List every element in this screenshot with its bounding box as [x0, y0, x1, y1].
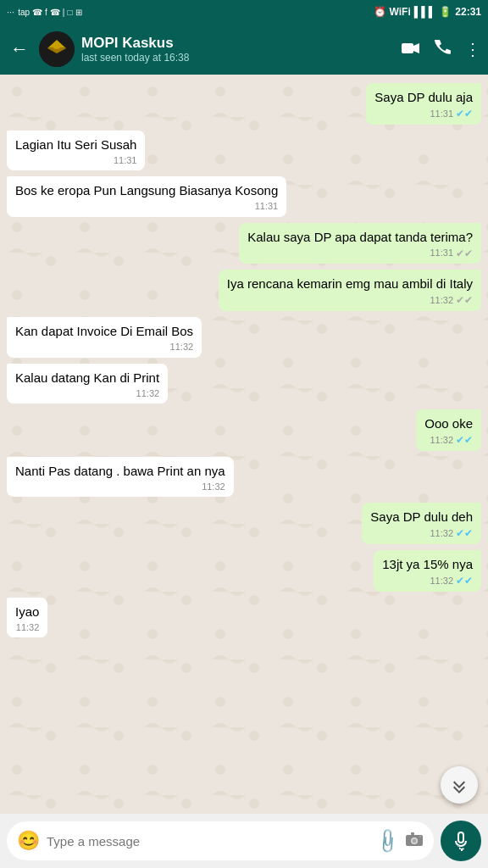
message-time: 11:32 [170, 341, 194, 353]
message-row: Bos ke eropa Pun Langsung Biasanya Koson… [7, 176, 481, 216]
message-text: Kalau datang Kan di Print [15, 370, 159, 385]
received-bubble: Iyao11:32 [7, 598, 47, 637]
message-text: 13jt ya 15% nya [382, 557, 473, 571]
message-text: Lagian Itu Seri Susah [15, 137, 136, 152]
message-ticks: ✔✔ [456, 433, 473, 448]
received-bubble: Lagian Itu Seri Susah11:31 [7, 131, 145, 170]
message-text: Saya DP dulu aja [374, 90, 473, 104]
sent-bubble: Iya rencana kemarin emg mau ambil di Ita… [219, 270, 481, 311]
message-time: 11:32 [430, 434, 453, 447]
message-text: Iyao [15, 604, 39, 619]
svg-point-1 [53, 42, 61, 49]
message-row: Kan dapat Invoice Di Email Bos11:32 [7, 317, 481, 357]
message-row: Kalau saya DP apa dapat tanda terima?11:… [7, 223, 481, 264]
battery-icon: 🔋 [439, 6, 452, 18]
svg-point-5 [413, 838, 417, 843]
message-row: 13jt ya 15% nya11:32✔✔ [7, 550, 481, 592]
message-row: Saya DP dulu deh11:32✔✔ [7, 503, 481, 544]
status-app-icons: tap☎f☎|□⊞ [18, 8, 81, 17]
status-right-group: ⏰ WiFi ▌▌▌ 🔋 22:31 [374, 6, 481, 18]
svg-rect-6 [411, 832, 414, 835]
message-time: 11:32 [430, 527, 453, 540]
chat-header: ← MOPI Kaskus last seen today at 16:38 ⋮ [0, 24, 488, 75]
time-display: 22:31 [455, 6, 481, 18]
message-input-wrapper: 😊 📎 [7, 821, 434, 860]
header-actions: ⋮ [402, 39, 481, 60]
message-row: Kalau datang Kan di Print11:32 [7, 364, 481, 403]
sent-bubble: Saya DP dulu deh11:32✔✔ [362, 503, 481, 544]
alarm-icon: ⏰ [374, 6, 386, 18]
camera-button[interactable] [405, 832, 424, 851]
signal-icon: ▌▌▌ [414, 6, 436, 18]
scroll-to-bottom-button[interactable] [441, 766, 478, 804]
mic-button[interactable] [441, 821, 481, 861]
message-time: 11:31 [430, 108, 453, 120]
svg-rect-2 [402, 43, 413, 53]
message-row: Nanti Pas datang . bawa Print an nya11:3… [7, 457, 481, 497]
svg-rect-7 [419, 836, 421, 837]
video-call-button[interactable] [402, 40, 420, 59]
contact-avatar[interactable] [39, 31, 75, 67]
message-text: Iya rencana kemarin emg mau ambil di Ita… [227, 276, 473, 291]
back-button[interactable]: ← [7, 35, 32, 64]
sent-bubble: Saya DP dulu aja11:31✔✔ [366, 83, 481, 125]
message-time: 11:31 [255, 200, 279, 213]
contact-name: MOPI Kaskus [81, 35, 395, 52]
emoji-button[interactable]: 😊 [17, 830, 40, 852]
message-time: 11:31 [430, 247, 453, 259]
voice-call-button[interactable] [434, 39, 451, 60]
message-text: Ooo oke [424, 416, 473, 431]
message-row: Lagian Itu Seri Susah11:31 [7, 131, 481, 170]
received-bubble: Kalau datang Kan di Print11:32 [7, 364, 168, 403]
message-ticks: ✔✔ [456, 107, 473, 121]
contact-info[interactable]: MOPI Kaskus last seen today at 16:38 [81, 35, 395, 64]
message-row: Iya rencana kemarin emg mau ambil di Ita… [7, 270, 481, 311]
message-row: Ooo oke11:32✔✔ [7, 409, 481, 451]
received-bubble: Kan dapat Invoice Di Email Bos11:32 [7, 317, 202, 357]
message-text: Nanti Pas datang . bawa Print an nya [15, 464, 225, 478]
wifi-icon: WiFi [390, 6, 411, 18]
message-time: 11:31 [114, 154, 137, 167]
sent-bubble: Kalau saya DP apa dapat tanda terima?11:… [239, 223, 481, 264]
message-text: Kalau saya DP apa dapat tanda terima? [247, 230, 473, 244]
message-ticks: ✔✔ [456, 247, 473, 261]
message-text: Kan dapat Invoice Di Email Bos [15, 324, 193, 338]
more-options-button[interactable]: ⋮ [464, 39, 481, 59]
message-row: Saya DP dulu aja11:31✔✔ [7, 83, 481, 125]
sent-bubble: Ooo oke11:32✔✔ [416, 409, 481, 451]
attach-button[interactable]: 📎 [373, 826, 402, 856]
received-bubble: Nanti Pas datang . bawa Print an nya11:3… [7, 457, 234, 497]
sent-bubble: 13jt ya 15% nya11:32✔✔ [374, 550, 481, 592]
message-text: Bos ke eropa Pun Langsung Biasanya Koson… [15, 183, 278, 198]
message-row: Iyao11:32 [7, 598, 481, 637]
status-dots: ··· [7, 7, 14, 17]
message-ticks: ✔✔ [456, 574, 473, 588]
status-bar: ··· tap☎f☎|□⊞ ⏰ WiFi ▌▌▌ 🔋 22:31 [0, 0, 488, 24]
message-time: 11:32 [16, 621, 40, 634]
message-time: 11:32 [202, 481, 225, 493]
message-input[interactable] [47, 834, 370, 849]
status-icons: ··· tap☎f☎|□⊞ [7, 7, 82, 17]
message-time: 11:32 [430, 294, 453, 307]
last-seen: last seen today at 16:38 [81, 52, 395, 64]
received-bubble: Bos ke eropa Pun Langsung Biasanya Koson… [7, 176, 286, 216]
chat-area: Saya DP dulu aja11:31✔✔Lagian Itu Seri S… [0, 75, 488, 814]
input-bar: 😊 📎 [0, 814, 488, 868]
message-text: Saya DP dulu deh [370, 509, 473, 524]
message-time: 11:32 [430, 575, 453, 587]
message-time: 11:32 [136, 387, 160, 400]
message-ticks: ✔✔ [456, 526, 473, 541]
message-ticks: ✔✔ [456, 293, 473, 308]
